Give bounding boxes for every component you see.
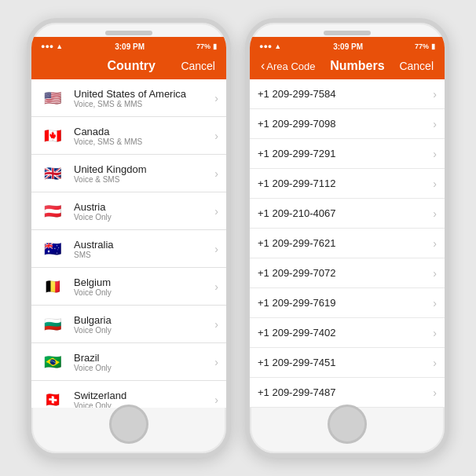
country-info: Brazil Voice Only bbox=[74, 352, 210, 372]
status-signal-left: ●●● ▲ bbox=[41, 42, 63, 50]
country-list-item[interactable]: 🇧🇪 Belgium Voice Only › bbox=[31, 268, 226, 306]
number-list-item[interactable]: +1 209-299-7112 › bbox=[250, 169, 445, 199]
phone-number: +1 209-299-7112 bbox=[258, 178, 428, 189]
country-name: Australia bbox=[74, 239, 210, 251]
country-info: Australia SMS bbox=[74, 239, 210, 259]
country-list-item[interactable]: 🇨🇭 Switzerland Voice Only › bbox=[31, 381, 226, 408]
number-list-item[interactable]: +1 209-299-7451 › bbox=[250, 348, 445, 378]
country-sub: Voice Only bbox=[74, 401, 210, 408]
chevron-right-icon: › bbox=[433, 118, 437, 130]
country-list-item[interactable]: 🇺🇸 United States of America Voice, SMS &… bbox=[31, 79, 226, 117]
chevron-right-icon: › bbox=[433, 267, 437, 280]
phone-number: +1 209-299-7291 bbox=[258, 148, 428, 159]
back-button-right[interactable]: ‹ Area Code bbox=[261, 60, 315, 72]
chevron-right-icon: › bbox=[214, 394, 218, 406]
number-list-item[interactable]: +1 209-210-4067 › bbox=[250, 199, 445, 229]
phone-number: +1 209-299-7621 bbox=[258, 237, 428, 249]
chevron-right-icon: › bbox=[214, 356, 218, 368]
number-list-item[interactable]: +1 209-299-7098 › bbox=[250, 109, 445, 139]
status-signal-right: ●●● ▲ bbox=[259, 42, 281, 50]
numbers-list: +1 209-299-7584 › +1 209-299-7098 › +1 2… bbox=[250, 79, 445, 408]
country-list-item[interactable]: 🇧🇬 Bulgaria Voice Only › bbox=[31, 306, 226, 343]
country-name: Austria bbox=[74, 201, 210, 213]
country-sub: Voice Only bbox=[74, 213, 210, 222]
country-sub: SMS bbox=[74, 251, 210, 259]
country-flag: 🇬🇧 bbox=[39, 165, 66, 182]
country-flag: 🇺🇸 bbox=[39, 90, 66, 107]
chevron-right-icon: › bbox=[214, 280, 218, 293]
country-flag: 🇨🇦 bbox=[39, 127, 66, 145]
chevron-right-icon: › bbox=[433, 327, 437, 339]
phone-left: ●●● ▲ 3:09 PM 77% ▮ Country Cancel 🇺🇸 Un… bbox=[27, 18, 231, 458]
country-info: Bulgaria Voice Only bbox=[74, 314, 210, 335]
phone-number: +1 209-299-7072 bbox=[258, 267, 428, 279]
phone-number: +1 209-210-4067 bbox=[258, 207, 428, 219]
country-info: Austria Voice Only bbox=[74, 201, 210, 222]
signal-icon-right: ●●● bbox=[259, 42, 272, 50]
phone-number: +1 209-299-7619 bbox=[258, 297, 428, 309]
country-sub: Voice, SMS & MMS bbox=[74, 137, 210, 146]
number-list-item[interactable]: +1 209-299-7621 › bbox=[250, 229, 445, 258]
country-list-item[interactable]: 🇦🇹 Austria Voice Only › bbox=[31, 192, 226, 230]
country-info: United States of America Voice, SMS & MM… bbox=[74, 88, 210, 108]
back-label-right: Area Code bbox=[266, 60, 315, 72]
country-flag: 🇦🇹 bbox=[39, 203, 66, 220]
country-sub: Voice, SMS & MMS bbox=[74, 100, 210, 108]
chevron-right-icon: › bbox=[433, 357, 437, 369]
country-name: Canada bbox=[74, 126, 210, 137]
chevron-right-icon: › bbox=[433, 297, 437, 309]
country-list-item[interactable]: 🇦🇺 Australia SMS › bbox=[31, 230, 226, 268]
country-name: United States of America bbox=[74, 88, 210, 100]
status-bar-left: ●●● ▲ 3:09 PM 77% ▮ bbox=[31, 37, 226, 54]
country-info: Switzerland Voice Only bbox=[74, 390, 210, 408]
nav-title-left: Country bbox=[108, 59, 156, 73]
nav-bar-left: Country Cancel bbox=[31, 54, 226, 79]
numbers-list-items: +1 209-299-7584 › +1 209-299-7098 › +1 2… bbox=[250, 79, 445, 408]
country-name: Bulgaria bbox=[74, 314, 210, 326]
status-battery-right: 77% ▮ bbox=[415, 42, 435, 50]
chevron-right-icon: › bbox=[214, 130, 218, 142]
number-list-item[interactable]: +1 209-299-7072 › bbox=[250, 258, 445, 288]
number-list-item[interactable]: +1 209-299-7487 › bbox=[250, 378, 445, 408]
chevron-right-icon: › bbox=[214, 318, 218, 331]
country-list-item[interactable]: 🇬🇧 United Kingdom Voice & SMS › bbox=[31, 155, 226, 192]
country-sub: Voice Only bbox=[74, 326, 210, 335]
nav-bar-right: ‹ Area Code Numbers Cancel bbox=[250, 54, 445, 79]
back-chevron-icon: ‹ bbox=[261, 60, 265, 72]
phones-container: ●●● ▲ 3:09 PM 77% ▮ Country Cancel 🇺🇸 Un… bbox=[27, 18, 449, 458]
country-name: Belgium bbox=[74, 276, 210, 288]
country-flag: 🇨🇭 bbox=[39, 391, 66, 408]
battery-pct-left: 77% bbox=[196, 42, 211, 50]
chevron-right-icon: › bbox=[433, 386, 437, 399]
status-time-left: 3:09 PM bbox=[115, 42, 145, 51]
country-list-item[interactable]: 🇨🇦 Canada Voice, SMS & MMS › bbox=[31, 117, 226, 155]
phone-right: ●●● ▲ 3:09 PM 77% ▮ ‹ Area Code Numbers … bbox=[245, 18, 449, 458]
country-list-item[interactable]: 🇧🇷 Brazil Voice Only › bbox=[31, 343, 226, 381]
country-sub: Voice & SMS bbox=[74, 175, 210, 184]
country-info: United Kingdom Voice & SMS bbox=[74, 163, 210, 184]
status-time-right: 3:09 PM bbox=[333, 42, 363, 51]
cancel-button-right[interactable]: Cancel bbox=[399, 60, 434, 72]
country-name: Switzerland bbox=[74, 390, 210, 401]
number-list-item[interactable]: +1 209-299-7402 › bbox=[250, 318, 445, 348]
chevron-right-icon: › bbox=[433, 88, 437, 101]
phone-number: +1 209-299-7098 bbox=[258, 118, 428, 130]
wifi-icon-right: ▲ bbox=[274, 42, 281, 50]
chevron-right-icon: › bbox=[214, 205, 218, 218]
country-name: United Kingdom bbox=[74, 163, 210, 175]
country-flag: 🇧🇪 bbox=[39, 278, 66, 295]
number-list-item[interactable]: +1 209-299-7619 › bbox=[250, 288, 445, 318]
signal-icon: ●●● bbox=[41, 42, 53, 50]
chevron-right-icon: › bbox=[433, 237, 437, 250]
country-list: 🇺🇸 United States of America Voice, SMS &… bbox=[31, 79, 226, 408]
number-list-item[interactable]: +1 209-299-7584 › bbox=[250, 79, 445, 109]
chevron-right-icon: › bbox=[433, 207, 437, 220]
country-flag: 🇦🇺 bbox=[39, 240, 66, 258]
country-info: Belgium Voice Only bbox=[74, 276, 210, 297]
country-sub: Voice Only bbox=[74, 288, 210, 297]
status-bar-right: ●●● ▲ 3:09 PM 77% ▮ bbox=[250, 37, 445, 54]
country-flag: 🇧🇬 bbox=[39, 316, 66, 333]
number-list-item[interactable]: +1 209-299-7291 › bbox=[250, 139, 445, 169]
country-name: Brazil bbox=[74, 352, 210, 364]
cancel-button-left[interactable]: Cancel bbox=[181, 60, 215, 72]
